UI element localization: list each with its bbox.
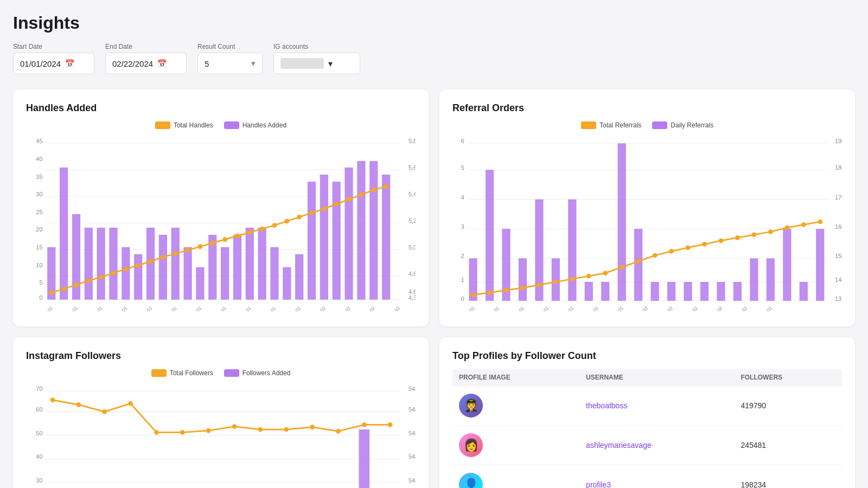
svg-point-143 — [537, 282, 542, 287]
svg-text:60: 60 — [36, 407, 42, 413]
svg-rect-31 — [122, 247, 130, 300]
referral-legend-daily-label: Daily Referrals — [671, 121, 713, 129]
svg-point-144 — [553, 280, 558, 285]
svg-rect-28 — [85, 228, 93, 300]
svg-point-64 — [186, 248, 190, 253]
table-row: 👩 ashleymariesavage 245481 — [452, 426, 842, 465]
svg-rect-124 — [585, 282, 593, 301]
avatar: 👤 — [459, 473, 483, 488]
svg-text:5: 5 — [461, 164, 464, 171]
svg-point-149 — [636, 259, 641, 264]
svg-text:2024-12-02: 2024-12-02 — [380, 305, 401, 311]
svg-text:548,550: 548,550 — [409, 407, 416, 413]
followers-legend-total-label: Total Followers — [170, 369, 213, 377]
bottom-row: Instagram Followers Total Followers Foll… — [13, 337, 855, 488]
svg-point-79 — [371, 188, 376, 192]
username-link[interactable]: profile3 — [586, 480, 611, 488]
svg-rect-49 — [344, 168, 353, 300]
handles-legend-added-label: Handles Added — [242, 121, 286, 129]
username-cell: profile3 — [579, 465, 734, 488]
svg-text:5,000: 5,000 — [409, 244, 416, 251]
svg-point-71 — [272, 223, 277, 228]
svg-rect-130 — [684, 282, 692, 301]
avatar: 🧑‍✈️ — [459, 394, 483, 418]
svg-rect-129 — [667, 282, 675, 301]
svg-text:5,200: 5,200 — [409, 217, 416, 224]
col-profile-image: PROFILE IMAGE — [452, 369, 579, 386]
svg-point-160 — [818, 220, 822, 224]
end-date-label: End Date — [105, 43, 187, 50]
svg-text:10: 10 — [36, 262, 42, 268]
svg-rect-138 — [816, 229, 824, 301]
top-profiles-card: Top Profiles by Follower Count PROFILE I… — [439, 337, 855, 488]
calendar-icon-start: 📅 — [65, 59, 74, 68]
svg-text:0: 0 — [461, 296, 464, 302]
svg-point-142 — [520, 285, 525, 290]
svg-text:548,600: 548,600 — [409, 386, 416, 393]
end-date-input[interactable]: 02/22/2024 📅 — [105, 53, 187, 74]
svg-rect-46 — [308, 182, 316, 300]
ig-chevron-icon: ▾ — [328, 59, 333, 69]
svg-text:25: 25 — [36, 209, 42, 215]
followers-cell: 198234 — [734, 465, 842, 488]
col-followers: FOLLOWERS — [734, 369, 842, 386]
svg-text:5,800: 5,800 — [409, 138, 416, 144]
svg-point-157 — [768, 229, 773, 234]
referral-legend: Total Referrals Daily Referrals — [452, 121, 842, 129]
handles-legend-total: Total Handles — [155, 121, 213, 129]
svg-point-222 — [388, 422, 393, 427]
svg-point-140 — [487, 290, 492, 295]
referral-orders-card: Referral Orders Total Referrals Daily Re… — [439, 89, 855, 326]
svg-rect-45 — [295, 254, 303, 300]
svg-text:2024-05-02: 2024-05-02 — [628, 305, 649, 311]
svg-point-56 — [86, 278, 91, 283]
handles-legend-added: Handles Added — [224, 121, 286, 129]
svg-rect-123 — [568, 200, 576, 301]
end-date-value: 02/22/2024 — [112, 59, 153, 68]
followers-added-color-box — [224, 369, 239, 377]
svg-point-209 — [50, 398, 55, 403]
svg-rect-51 — [369, 161, 378, 300]
svg-point-78 — [359, 192, 364, 197]
svg-text:5,600: 5,600 — [409, 164, 416, 171]
followers-card: Instagram Followers Total Followers Foll… — [13, 337, 429, 488]
svg-point-68 — [235, 234, 240, 239]
result-count-select[interactable]: 5 ▾ — [197, 53, 263, 74]
svg-text:2024-25-01: 2024-25-01 — [231, 305, 252, 311]
svg-text:180: 180 — [835, 164, 842, 171]
svg-rect-34 — [159, 235, 167, 300]
svg-text:170: 170 — [835, 194, 842, 201]
svg-text:6: 6 — [461, 138, 464, 144]
result-count-label: Result Count — [197, 43, 263, 50]
svg-point-75 — [322, 207, 327, 211]
svg-rect-36 — [183, 247, 192, 300]
svg-point-59 — [124, 267, 129, 272]
start-date-input[interactable]: 01/01/2024 📅 — [13, 53, 94, 74]
svg-text:2024-06-02: 2024-06-02 — [330, 305, 352, 311]
result-count-group: Result Count 5 ▾ — [197, 43, 263, 74]
svg-point-150 — [653, 253, 658, 258]
svg-rect-125 — [601, 282, 609, 301]
username-link[interactable]: ashleymariesavage — [586, 441, 652, 450]
svg-point-155 — [735, 235, 740, 240]
svg-rect-30 — [109, 228, 117, 300]
ig-accounts-select[interactable]: ▾ — [273, 53, 360, 74]
svg-text:2: 2 — [461, 253, 464, 259]
total-referrals-color-box — [581, 121, 596, 129]
svg-text:2024-03-02: 2024-03-02 — [306, 305, 327, 311]
svg-text:4,342: 4,342 — [409, 294, 416, 301]
svg-rect-40 — [233, 235, 241, 300]
page-title: Insights — [13, 13, 855, 33]
followers-legend-total: Total Followers — [151, 369, 213, 377]
svg-text:2024-07-01: 2024-07-01 — [82, 305, 104, 311]
svg-point-66 — [210, 241, 215, 246]
svg-text:1: 1 — [461, 277, 464, 283]
followers-chart-container: 70 60 50 40 30 20 548,600 548,550 548,50… — [26, 382, 416, 488]
svg-text:4,800: 4,800 — [409, 271, 416, 277]
svg-text:2024-24-01: 2024-24-01 — [579, 305, 600, 311]
calendar-icon-end: 📅 — [157, 59, 167, 68]
svg-point-221 — [362, 422, 367, 427]
table-row: 👤 profile3 198234 — [452, 465, 842, 488]
username-link[interactable]: theboatboss — [586, 401, 627, 410]
svg-text:50: 50 — [36, 430, 42, 436]
